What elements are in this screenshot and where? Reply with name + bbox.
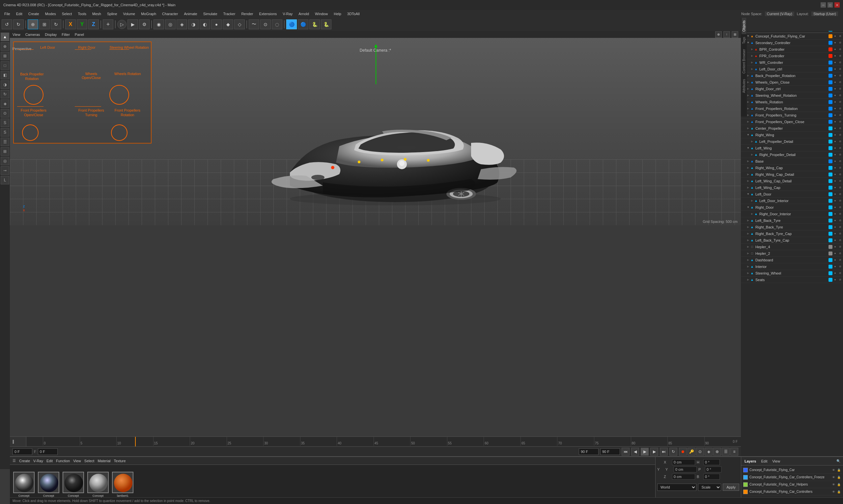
coord-z-input[interactable] — [672, 474, 695, 480]
tree-row-16[interactable]: ▶▲Left_Propeller_Detail●⊘ — [741, 138, 843, 145]
mat-btn[interactable]: ◑ — [188, 19, 199, 29]
vis-icon-23[interactable]: ● — [833, 185, 838, 190]
vis-icon-10[interactable]: ● — [833, 100, 838, 104]
lock-icon-5[interactable]: ⊘ — [838, 67, 842, 71]
expand-21[interactable]: ▶ — [747, 173, 750, 176]
vis-icon-25[interactable]: ● — [833, 198, 838, 203]
expand-30[interactable]: ▶ — [747, 232, 750, 235]
expand-6[interactable]: ▶ — [747, 74, 750, 77]
lock-icon-9[interactable]: ⊘ — [838, 93, 842, 98]
minimize-button[interactable]: ─ — [821, 2, 826, 7]
tree-row-11[interactable]: ▶▲Front_Propellers_Rotation●⊘ — [741, 105, 843, 112]
lock-icon-29[interactable]: ⊘ — [838, 225, 842, 230]
lock-icon-35[interactable]: ⊘ — [838, 264, 842, 269]
expand-26[interactable]: ▼ — [747, 206, 750, 209]
vis-icon-36[interactable]: ● — [833, 271, 838, 275]
mesh-mode-icon[interactable]: ⊕ — [1, 42, 9, 51]
snap-mode-icon[interactable]: ◈ — [1, 100, 9, 108]
menu-spline[interactable]: Spline — [104, 11, 120, 16]
layer-lock-1[interactable]: 🔒 — [837, 468, 841, 472]
magnet-icon[interactable]: ☰ — [1, 138, 9, 146]
vis-icon-26[interactable]: ● — [833, 205, 838, 210]
expand-36[interactable]: ▶ — [747, 272, 750, 275]
coord-h-input[interactable] — [703, 459, 720, 465]
layer-eye-3[interactable]: 👁 — [831, 482, 836, 487]
lock-icon-26[interactable]: ⊘ — [838, 205, 842, 210]
expand-16[interactable]: ▶ — [751, 140, 754, 143]
tree-row-2[interactable]: ▶▲BPR_Controller●⊘ — [741, 46, 843, 53]
cam-btn[interactable]: ◆ — [223, 19, 233, 29]
tree-row-14[interactable]: ▶▲Center_Propeller●⊘ — [741, 125, 843, 132]
tree-row-23[interactable]: ▶▲Left_Wing_Cap●⊘ — [741, 184, 843, 191]
viewport-icon2[interactable]: ↑ — [723, 31, 730, 38]
frame-start-input[interactable] — [13, 448, 32, 455]
tree-row-13[interactable]: ▶▲Front_Propellers_Open_Close●⊘ — [741, 119, 843, 125]
vis-icon-32[interactable]: ● — [833, 245, 838, 249]
lock-icon-30[interactable]: ⊘ — [838, 231, 842, 236]
poly-mode-icon[interactable]: □ — [1, 61, 9, 70]
tree-row-26[interactable]: ▼▲Right_Door●⊘ — [741, 204, 843, 211]
mat-edit[interactable]: Edit — [47, 459, 53, 463]
mat-material[interactable]: Material — [98, 459, 110, 463]
axis-mode-button[interactable]: Y — [77, 19, 87, 29]
expand-28[interactable]: ▶ — [747, 219, 750, 222]
coord-b-input[interactable] — [703, 474, 720, 480]
lock-icon-14[interactable]: ⊘ — [838, 126, 842, 131]
script-btn[interactable]: 🐍 — [321, 19, 331, 29]
layer-eye-2[interactable]: 👁 — [831, 475, 836, 480]
record-btn[interactable]: ⏺ — [679, 448, 687, 456]
expand-35[interactable]: ▶ — [747, 265, 750, 268]
lock-icon-2[interactable]: ⊘ — [838, 47, 842, 52]
viewport-view-menu[interactable]: View — [13, 33, 20, 37]
lock-icon-0[interactable]: ⊘ — [838, 34, 842, 38]
lock-icon-28[interactable]: ⊘ — [838, 218, 842, 223]
move-tool-button[interactable]: ⊕ — [28, 19, 38, 29]
vis-icon-9[interactable]: ● — [833, 93, 838, 98]
menu-select[interactable]: Select — [59, 11, 75, 16]
apply-button[interactable]: Apply — [723, 484, 739, 491]
coord-x-input[interactable] — [672, 459, 695, 465]
vis-icon-30[interactable]: ● — [833, 231, 838, 236]
prev-key-btn[interactable]: ⏮ — [621, 448, 630, 456]
side-tab-tags[interactable]: Tags — [741, 34, 747, 47]
motion-mode-icon[interactable]: ↻ — [1, 90, 9, 98]
lock-icon-27[interactable]: ⊘ — [838, 212, 842, 216]
maximize-button[interactable]: □ — [827, 2, 833, 7]
menu-character[interactable]: Character — [159, 11, 180, 16]
vis-icon-31[interactable]: ● — [833, 238, 838, 242]
node-space-value[interactable]: Current (V-Ray) — [765, 12, 794, 16]
menu-tools[interactable]: Tools — [75, 11, 89, 16]
spline-btn[interactable]: 〜 — [249, 19, 259, 29]
vis-icon-8[interactable]: ● — [833, 87, 838, 91]
lock-icon-10[interactable]: ⊘ — [838, 100, 842, 104]
tree-row-22[interactable]: ▶▲Left_Wing_Cap_Detail●⊘ — [741, 178, 843, 184]
world-icon[interactable]: ◎ — [1, 157, 9, 165]
vis-icon-18[interactable]: ● — [833, 152, 838, 157]
lock-icon-16[interactable]: ⊘ — [838, 139, 842, 144]
scene-btn[interactable]: ◎ — [165, 19, 176, 29]
world-dropdown[interactable]: World Local — [657, 484, 697, 491]
tree-row-15[interactable]: ▼▲Right_Wing●⊘ — [741, 132, 843, 138]
layer-item-4[interactable]: Concept_Futuristic_Flying_Car_Controller… — [742, 488, 842, 496]
expand-7[interactable]: ▶ — [747, 80, 750, 84]
expand-0[interactable]: ▼ — [747, 35, 750, 38]
key-btn[interactable]: 🔑 — [687, 448, 696, 456]
vis-icon-7[interactable]: ● — [833, 80, 838, 85]
layout-value[interactable]: Startup (User) — [811, 12, 838, 16]
next-key-btn[interactable]: ⏭ — [660, 448, 668, 456]
mat-texture[interactable]: Texture — [114, 459, 126, 463]
python-btn[interactable]: 🐍 — [309, 19, 320, 29]
lock-icon-18[interactable]: ⊘ — [838, 152, 842, 157]
vis-icon-12[interactable]: ● — [833, 113, 838, 118]
auto-key-btn[interactable]: ⊕ — [713, 448, 721, 456]
tree-row-18[interactable]: ▶▲Right_Propeller_Detail●⊘ — [741, 151, 843, 158]
expand-27[interactable]: ▶ — [751, 212, 754, 216]
expand-29[interactable]: ▶ — [747, 226, 750, 229]
side-tab-attributes[interactable]: Attributes — [741, 76, 747, 95]
tree-row-1[interactable]: ▼▲Secondary_Controller●⊘ — [741, 39, 843, 46]
menu-simulate[interactable]: Simulate — [200, 11, 220, 16]
next-frame-btn[interactable]: ▶ — [650, 448, 658, 456]
menu-window[interactable]: Window — [312, 11, 330, 16]
coord-y-input[interactable] — [674, 466, 697, 472]
expand-14[interactable]: ▶ — [747, 127, 750, 130]
